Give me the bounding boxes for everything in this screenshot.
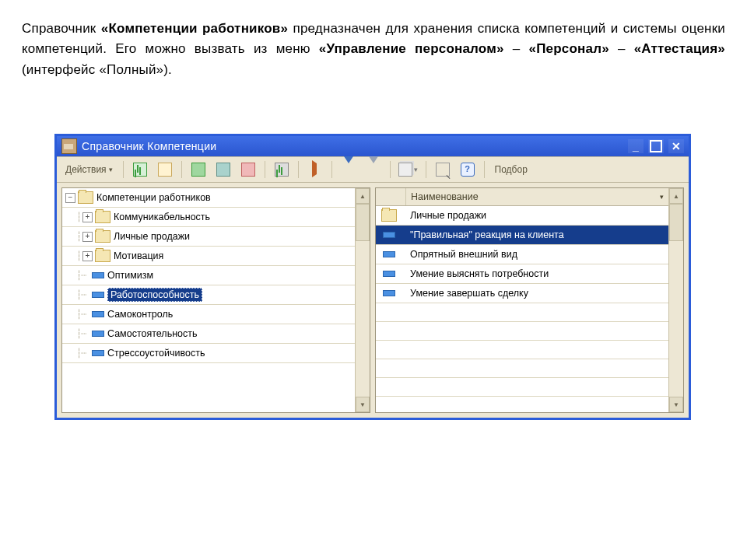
toolbar-edit-icon[interactable] (212, 159, 235, 180)
folder-icon (78, 191, 93, 204)
document-paragraph: Справочник «Компетенции работников» пред… (0, 0, 747, 89)
toolbar-file-icon[interactable] (153, 159, 177, 180)
grid-row[interactable]: Умение выяснять потребности (376, 264, 668, 284)
grid-row[interactable]: "Правильная" реакция на клиента (376, 226, 668, 245)
item-icon (383, 232, 395, 238)
grid-row[interactable]: Опрятный внешний вид (376, 245, 668, 264)
tree-row[interactable]: ┆┈Самостоятельность (62, 324, 355, 344)
toolbar-search-icon[interactable] (431, 159, 454, 180)
toolbar: Действия▾ ▾ ? Подбор (57, 156, 689, 183)
tree-row[interactable]: ┆┈Работоспособность (62, 285, 355, 305)
window-title: Справочник Компетенции (82, 140, 216, 152)
grid-header[interactable]: Наименование ▾ (376, 188, 668, 206)
item-icon (92, 350, 104, 356)
folder-icon (381, 209, 397, 222)
grid-scrollbar[interactable]: ▲ ▼ (668, 188, 683, 412)
tree-panel: −Компетенции работников┆+Коммуникабельно… (61, 187, 370, 413)
item-icon (92, 331, 104, 337)
toolbar-filteroff-icon[interactable] (362, 159, 385, 180)
close-button[interactable]: ✕ (668, 139, 684, 153)
titlebar: Справочник Компетенции _ ✕ (57, 136, 689, 156)
toolbar-copy-icon[interactable]: ▾ (395, 159, 421, 180)
minimize-button[interactable]: _ (628, 139, 644, 153)
toolbar-hierarchy-icon[interactable] (270, 159, 293, 180)
actions-menu[interactable]: Действия▾ (60, 159, 118, 180)
grid-panel: Наименование ▾ Личные продажи"Правильная… (375, 187, 684, 413)
toolbar-move-icon[interactable] (303, 159, 327, 180)
folder-icon (95, 230, 110, 243)
grid-row[interactable]: Умение завершать сделку (376, 284, 668, 303)
maximize-button[interactable] (648, 139, 664, 153)
tree-row[interactable]: ┆┈Оптимизм (62, 266, 355, 285)
grid-row[interactable]: Личные продажи (376, 206, 668, 226)
app-icon (61, 138, 77, 154)
toolbar-add-icon[interactable] (187, 159, 210, 180)
app-window: Справочник Компетенции _ ✕ Действия▾ ▾ ?… (54, 134, 691, 420)
tree-row[interactable]: ┆+Личные продажи (62, 227, 355, 247)
toolbar-delete-icon[interactable] (237, 159, 260, 180)
toolbar-help-icon[interactable]: ? (456, 159, 479, 180)
toolbar-filter-icon[interactable] (337, 159, 360, 180)
item-icon (383, 251, 395, 257)
tree-row[interactable]: ┆+Коммуникабельность (62, 208, 355, 227)
tree-row[interactable]: ┆┈Самоконтроль (62, 305, 355, 324)
tree-row[interactable]: ┆+Мотивация (62, 247, 355, 266)
toolbar-tree-icon[interactable] (128, 159, 152, 180)
selection-button[interactable]: Подбор (489, 159, 533, 180)
item-icon (92, 311, 104, 317)
folder-icon (95, 211, 110, 223)
folder-icon (95, 250, 110, 262)
tree-scrollbar[interactable]: ▲ ▼ (355, 188, 370, 412)
tree-row[interactable]: −Компетенции работников (62, 188, 355, 208)
item-icon (92, 272, 104, 278)
tree-row[interactable]: ┆┈Стрессоустойчивость (62, 344, 355, 363)
item-icon (383, 271, 395, 277)
item-icon (383, 290, 395, 296)
item-icon (92, 292, 104, 298)
